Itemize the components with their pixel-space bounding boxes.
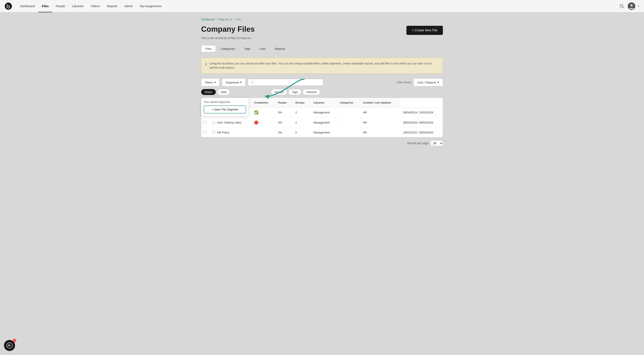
nav-item-videos[interactable]: Videos (87, 0, 104, 12)
row1-created-updated: 08/04/2024 / 10/05/2024 (400, 108, 443, 118)
col-created-updated: Created / Last Updated (360, 98, 400, 108)
global-search-button[interactable] (618, 3, 625, 10)
row3-groups: Management (310, 128, 337, 137)
row2-status-cell: 🔴 (251, 118, 275, 128)
main-content: Dashboard / Pear Inc. ▾ / Files Company … (193, 12, 451, 152)
bottom-widget[interactable]: 5 (4, 340, 15, 351)
search-icon (251, 81, 254, 84)
row2-categories: HR (360, 118, 400, 128)
lists-reports-button[interactable]: Lists / Reports ▾ (414, 78, 443, 86)
search-box[interactable] (248, 79, 323, 86)
page-title: Company Files (201, 25, 255, 34)
user-avatar[interactable] (628, 3, 635, 10)
tab-files[interactable]: Files (201, 45, 216, 52)
filter-tag-date[interactable]: Date (217, 89, 230, 95)
row2-created-updated: 08/04/2024 / 08/04/2024 (400, 118, 443, 128)
tab-lists[interactable]: Lists (256, 45, 270, 52)
segments-chevron: ▾ (240, 81, 242, 84)
row1-completion: 0% (275, 108, 292, 118)
segments-dropdown-title: Your saved segments (204, 100, 246, 104)
row3-file-icon: 📄 (212, 131, 216, 134)
row3-name-cell: 📄 HR Policy (208, 128, 251, 137)
tabs: Files Categories Tags Lists Reports (201, 45, 443, 52)
breadcrumb-company[interactable]: Pear Inc. ▾ (218, 18, 232, 21)
row2-name-cell: 📄 User Training Video (208, 118, 251, 128)
create-new-file-button[interactable]: + Create New File (406, 26, 443, 35)
navbar: Dashboard Files People Libraries Videos … (0, 0, 644, 12)
info-banner-text: Using the list below, you can search and… (210, 62, 439, 70)
results-per-page-select[interactable]: 20 50 100 (430, 140, 443, 146)
filter-tag-groups[interactable]: Groups (271, 89, 287, 95)
breadcrumb-dashboard[interactable]: Dashboard (201, 18, 215, 21)
filters-button[interactable]: Filters ▾ (201, 78, 220, 86)
row3-status-cell: ... (251, 128, 275, 137)
nav-item-people[interactable]: People (52, 0, 69, 12)
filters-label: Filters (205, 81, 213, 84)
segments-dropdown: Your saved segments + Save This Segment (201, 98, 249, 116)
nav-item-files[interactable]: Files (38, 0, 52, 12)
info-icon: ℹ (205, 62, 207, 67)
row2-libraries: ... (337, 118, 360, 128)
row2-file-icon: 📄 (212, 121, 216, 125)
tab-reports[interactable]: Reports (271, 45, 290, 52)
col-groups: Groups (292, 98, 310, 108)
nav-item-dashboard[interactable]: Dashboard (17, 0, 38, 12)
save-segment-button[interactable]: + Save This Segment (204, 106, 246, 113)
row3-checkbox[interactable] (203, 131, 206, 134)
row3-categories: HR (360, 128, 400, 137)
page-header: Company Files + Create New File (201, 25, 443, 35)
segments-label: Segments (226, 81, 239, 84)
nav-item-libraries[interactable]: Libraries (68, 0, 87, 12)
col-libraries: Libraries (310, 98, 337, 108)
lists-reports-chevron: ▾ (438, 81, 439, 84)
breadcrumb-company-name: Pear Inc. (218, 18, 230, 21)
filter-tag-libraries[interactable]: Libraries (303, 89, 320, 95)
filter-tag-tags[interactable]: Tags (288, 89, 301, 95)
widget-icon (6, 342, 13, 349)
segments-button[interactable]: Segments ▾ (222, 78, 246, 86)
tab-tags[interactable]: Tags (240, 45, 255, 52)
svg-line-6 (253, 83, 254, 84)
nav-item-my-assignments[interactable]: My Assignments (136, 0, 165, 12)
row2-name-text: User Training Video (217, 121, 242, 124)
row3-checkbox-cell (201, 128, 208, 137)
widget-badge-count: 5 (13, 339, 16, 342)
col-categories: Categories (337, 98, 360, 108)
row1-people: 2 (292, 108, 310, 118)
filter-tag-status[interactable]: Status (201, 89, 216, 95)
row3-completion: 0% (275, 128, 292, 137)
svg-point-4 (630, 4, 633, 7)
table-row: 📄 HR Policy ... 0% 0 Management ... HR 1… (201, 128, 443, 137)
row3-filename[interactable]: 📄 HR Policy (212, 131, 248, 134)
row2-checkbox-cell (201, 118, 208, 128)
row2-completion: 0% (275, 118, 292, 128)
row1-categories: HR (360, 108, 400, 118)
row3-status-icon: ... (254, 131, 256, 134)
nav-item-admin[interactable]: Admin (121, 0, 136, 12)
nav-item-reports[interactable]: Reports (103, 0, 121, 12)
breadcrumb: Dashboard / Pear Inc. ▾ / Files (201, 18, 443, 21)
navbar-right: ▾ (618, 3, 639, 10)
files-count: 3 files found (396, 81, 411, 84)
pagination-bar: Results per page: 20 50 100 (201, 137, 443, 146)
row1-groups: Management (310, 108, 337, 118)
app-logo[interactable] (5, 3, 12, 10)
row3-people: 0 (292, 128, 310, 137)
row2-status-icon: 🔴 (254, 121, 258, 125)
row1-status-cell: ✅ (251, 108, 275, 118)
row2-checkbox[interactable] (203, 121, 206, 124)
tab-categories[interactable]: Categories (216, 45, 239, 52)
col-people: People (275, 98, 292, 108)
completion-col-label: Completion (254, 101, 268, 104)
search-input[interactable] (256, 81, 320, 84)
breadcrumb-sep-1: / (216, 18, 217, 21)
filter-bar: Filters ▾ Segments ▾ 3 files found Lists… (201, 78, 443, 86)
row2-filename[interactable]: 📄 User Training Video (212, 121, 248, 125)
breadcrumb-sep-2: / (234, 18, 234, 21)
row3-name-text: HR Policy (217, 131, 229, 134)
user-menu-chevron[interactable]: ▾ (638, 5, 639, 8)
svg-point-0 (5, 3, 12, 10)
filter-tags-row: Status Date Your saved segments + Save T… (201, 89, 443, 95)
col-completion: Completion (251, 98, 275, 108)
row2-groups: Management (310, 118, 337, 128)
